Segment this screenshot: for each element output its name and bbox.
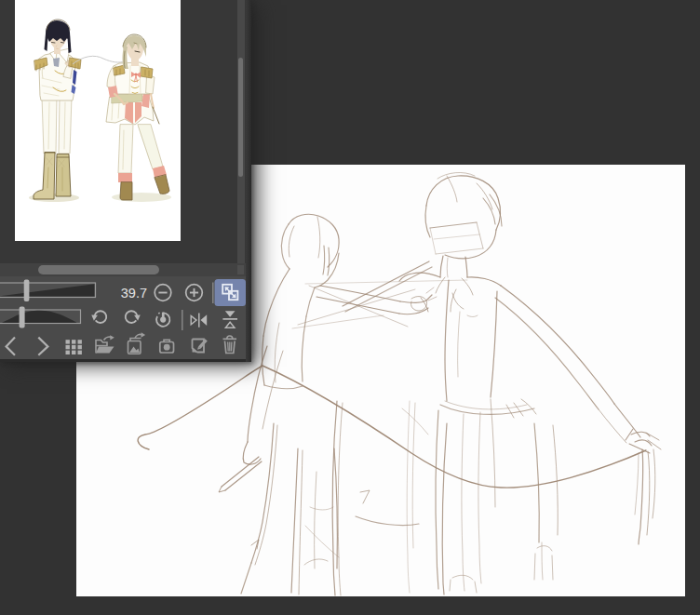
svg-text:39.7: 39.7 xyxy=(121,286,147,301)
